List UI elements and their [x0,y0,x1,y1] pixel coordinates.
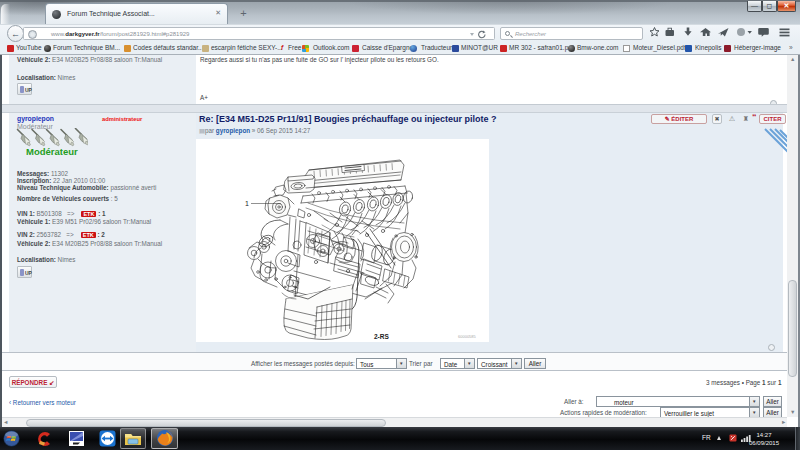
svg-text:1: 1 [245,200,249,207]
svg-text:2-RS: 2-RS [374,333,389,340]
svg-text:60000585: 60000585 [458,334,477,339]
